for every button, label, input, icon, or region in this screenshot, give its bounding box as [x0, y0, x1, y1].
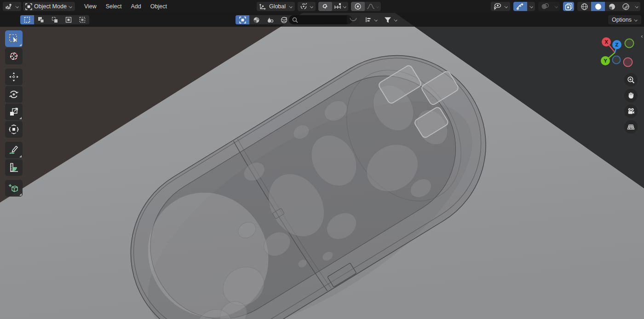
- proportional-editing-toggle[interactable]: [351, 2, 365, 11]
- chevron-down-icon: [69, 5, 73, 9]
- axis-z-neg[interactable]: [613, 56, 621, 64]
- scale-icon: [8, 106, 19, 117]
- tool-select-box[interactable]: [5, 30, 23, 47]
- select-mode-extend[interactable]: [34, 15, 48, 24]
- select-box-icon: [8, 33, 19, 44]
- object-data-icon: [239, 17, 246, 23]
- filter-material-toggle[interactable]: [249, 15, 263, 24]
- wireframe-shading-icon: [581, 3, 588, 11]
- sidebar-collapse-arrow[interactable]: ‹: [641, 33, 643, 39]
- snap-target-dropdown[interactable]: [298, 2, 316, 11]
- tool-cursor[interactable]: [5, 48, 23, 64]
- chevron-down-icon: [504, 5, 508, 9]
- tool-measure[interactable]: [5, 159, 23, 176]
- chevron-down-icon: [554, 5, 558, 9]
- intersect-mode-icon: [79, 17, 86, 23]
- shading-dropdown[interactable]: [632, 2, 640, 11]
- annotate-icon: [8, 145, 19, 156]
- select-mode-set[interactable]: [20, 15, 34, 24]
- filter-funnel-icon: [384, 17, 391, 23]
- options-dropdown[interactable]: Options: [608, 15, 641, 24]
- tool-shelf: [5, 30, 23, 197]
- gizmos-group: [513, 2, 535, 11]
- shading-material-toggle[interactable]: [605, 2, 619, 11]
- menu-bar: View Select Add Object: [80, 0, 172, 13]
- select-mode-group: [20, 15, 89, 24]
- blender-window: Object Mode View Select Add Object Globa…: [0, 0, 644, 319]
- tool-add-cube[interactable]: [5, 180, 23, 197]
- chevron-down-icon: [374, 18, 378, 22]
- tree-list-icon: [365, 17, 372, 23]
- fluid-icon: [267, 17, 274, 23]
- shading-rendered-toggle[interactable]: [619, 2, 632, 11]
- shading-wireframe-toggle[interactable]: [577, 2, 591, 11]
- mode-selector-dropdown[interactable]: Object Mode: [23, 2, 75, 11]
- editor-type-button[interactable]: [3, 2, 21, 11]
- curve-arc-icon: [349, 17, 357, 23]
- shading-solid-toggle[interactable]: [591, 2, 605, 11]
- select-mode-subtract[interactable]: [48, 15, 62, 24]
- snap-toggle[interactable]: [318, 2, 332, 11]
- tool-scale[interactable]: [5, 104, 23, 120]
- snap-to-dropdown[interactable]: [332, 2, 348, 11]
- navigation-gizmo[interactable]: X Z Y: [596, 34, 638, 69]
- zoom-button[interactable]: [624, 73, 638, 87]
- filter-object-data-toggle[interactable]: [236, 15, 249, 24]
- viewport-3d[interactable]: [0, 0, 644, 319]
- chevron-down-icon: [393, 18, 397, 22]
- chevron-down-icon: [634, 5, 638, 9]
- pan-button[interactable]: [624, 89, 638, 102]
- material-preview-shading-icon: [608, 3, 616, 11]
- snap-increment-icon: [334, 3, 342, 10]
- axis-y[interactable]: Y: [601, 56, 610, 65]
- tool-transform[interactable]: [5, 121, 23, 138]
- hand-icon: [627, 92, 635, 99]
- filter-fluid-toggle[interactable]: [263, 15, 277, 24]
- axis-x[interactable]: X: [602, 37, 611, 46]
- tool-rotate[interactable]: [5, 86, 23, 103]
- transform-orientation-icon: [259, 3, 266, 10]
- axis-y-label: Y: [603, 58, 607, 64]
- select-mode-invert[interactable]: [62, 15, 75, 24]
- overlays-toggle[interactable]: [538, 2, 552, 11]
- viewport-nav-buttons: [624, 73, 638, 133]
- move-icon: [8, 71, 19, 82]
- gizmo-icon: [517, 3, 524, 10]
- axis-x-neg[interactable]: [624, 58, 632, 67]
- transform-icon: [8, 124, 19, 135]
- axis-y-neg[interactable]: [625, 39, 634, 48]
- display-mode-dropdown[interactable]: [362, 15, 380, 24]
- object-visibility-dropdown[interactable]: [491, 2, 510, 11]
- tool-move[interactable]: [5, 69, 23, 85]
- overlays-dropdown[interactable]: [552, 2, 560, 11]
- proportional-editing-group: [351, 2, 381, 11]
- perspective-grid-icon: [627, 123, 635, 131]
- axis-z[interactable]: Z: [612, 40, 621, 49]
- gizmos-toggle[interactable]: [513, 2, 527, 11]
- filter-dropdown[interactable]: [382, 15, 400, 24]
- search-input[interactable]: [300, 16, 349, 23]
- menu-view[interactable]: View: [80, 0, 101, 13]
- extend-mode-icon: [38, 17, 44, 23]
- chevron-down-icon: [342, 5, 346, 9]
- select-mode-intersect[interactable]: [75, 15, 89, 24]
- xray-toggle[interactable]: [563, 2, 574, 11]
- zoom-icon: [627, 76, 635, 84]
- orthographic-toggle-button[interactable]: [624, 120, 638, 133]
- axis-z-label: Z: [615, 42, 618, 47]
- menu-select[interactable]: Select: [101, 0, 126, 13]
- falloff-dropdown[interactable]: [365, 2, 381, 11]
- camera-view-button[interactable]: [624, 104, 638, 118]
- tool-settings-bar: Options: [0, 13, 644, 27]
- gizmos-dropdown[interactable]: [527, 2, 535, 11]
- menu-add[interactable]: Add: [126, 0, 146, 13]
- axis-x-label: X: [604, 40, 608, 45]
- tool-annotate[interactable]: [5, 142, 23, 158]
- menu-object[interactable]: Object: [146, 0, 172, 13]
- collapse-curve-button[interactable]: [347, 15, 360, 24]
- rotate-icon: [8, 89, 19, 100]
- search-field[interactable]: [289, 15, 352, 24]
- mode-label: Object Mode: [34, 3, 67, 10]
- options-label: Options: [612, 17, 632, 23]
- transform-orientation-dropdown[interactable]: Global: [257, 2, 295, 11]
